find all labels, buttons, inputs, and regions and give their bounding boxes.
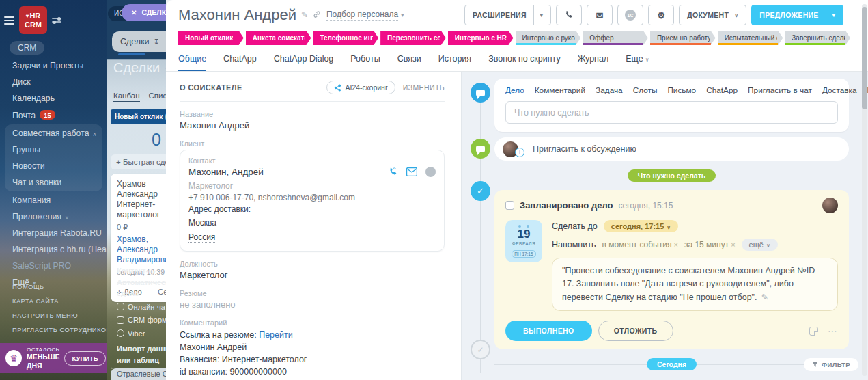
journal-icon[interactable] (809, 327, 818, 336)
composer-tab-slots[interactable]: Слоты (633, 85, 658, 95)
postpone-button[interactable]: ОТЛОЖИТЬ (598, 321, 673, 341)
pencil-icon[interactable]: ✎ (761, 293, 768, 302)
composer-tab-task[interactable]: Задача (596, 85, 623, 95)
ai-scoring-badge[interactable]: AI24-скоринг (326, 81, 395, 94)
stage-phone-interview[interactable]: Телефонное интерв... (313, 31, 378, 45)
sidebar-item-mail[interactable]: Почта15 (0, 107, 107, 124)
help-link[interactable]: ПОМОЩЬ (12, 280, 107, 295)
deadline-pill[interactable]: сегодня, 17:15∨ (604, 220, 678, 232)
sidebar-item-apps[interactable]: Приложения∨ (0, 208, 107, 225)
link-icon[interactable] (313, 10, 321, 21)
caret-down-icon[interactable]: ▾ (832, 12, 835, 18)
more-dots-icon[interactable]: ⋯ (828, 325, 838, 336)
sidebar-item-tasks[interactable]: Задачи и Проекты (0, 57, 107, 74)
minimize-icon[interactable]: ↧ (154, 38, 160, 46)
sidebar-item-collaboration[interactable]: Совместная работа∧ (5, 125, 102, 141)
document-button[interactable]: ДОКУМЕНТ∨ (679, 5, 746, 25)
field-comment[interactable]: Комментарий Ссылка на резюме: Перейти Ма… (180, 318, 445, 379)
sidebar-item-disk[interactable]: Диск (0, 74, 107, 90)
contact-phone-email[interactable]: +7 910 006-17-70, nshoroshneva@gmail.com (188, 193, 436, 202)
contact-name[interactable]: Махонин, Андрей (188, 167, 264, 177)
stage-hiring[interactable]: Прием на работу (650, 31, 716, 45)
caret-down-icon[interactable]: ▾ (540, 12, 543, 18)
onec-button[interactable]: 1C (617, 5, 643, 25)
todo-input[interactable] (505, 101, 838, 124)
vertical-scrollbar[interactable] (862, 4, 867, 376)
composer-tab-chatapp[interactable]: ChatApp (706, 85, 738, 95)
view-list[interactable]: Список (149, 92, 166, 100)
app-logo[interactable]: ♥HR CRM (19, 6, 47, 34)
resume-link[interactable]: Перейти (259, 330, 293, 340)
today-badge[interactable]: Сегодня (647, 358, 697, 370)
quick-deal-button[interactable]: + Быстрая сделка (111, 154, 166, 169)
sitemap-link[interactable]: КАРТА САЙТА (12, 295, 107, 309)
import-link[interactable]: или таблиц (117, 356, 159, 364)
stage-hr-interview[interactable]: Интервью с HR (448, 31, 514, 45)
sidebar-item-chat-calls[interactable]: Чат и звонки (5, 174, 102, 191)
sidebar-item-calendar[interactable]: Календарь (0, 90, 107, 107)
contact-card[interactable]: Контакт Махонин, Андрей Маркетолог +7 91… (180, 150, 445, 252)
extensions-button[interactable]: РАСШИРЕНИЯ▾ (464, 5, 551, 25)
task-title[interactable]: Запланировано дело (520, 200, 613, 211)
kanban-column-header[interactable]: Новый отклик(1) (111, 109, 166, 124)
tab-general[interactable]: Общие (178, 54, 206, 71)
sidebar-item-salescript[interactable]: SaleScript PRO (0, 258, 107, 274)
phone-icon[interactable] (388, 167, 398, 177)
done-button[interactable]: ВЫПОЛНЕНО (505, 321, 592, 341)
close-icon[interactable]: ✕ (131, 9, 137, 16)
invite-employees-link[interactable]: ПРИГЛАСИТЬ СОТРУДНИКОВ (12, 323, 107, 338)
sidebar-item-company[interactable]: Компания (0, 192, 107, 208)
sidebar-item-hh-integration[interactable]: Интеграция с hh.ru (Hea... (0, 241, 107, 258)
composer-tab-delivery[interactable]: Доставка (822, 85, 857, 95)
settings-sliders-icon[interactable] (52, 18, 61, 23)
email-button[interactable]: ✉ (587, 5, 613, 25)
call-button[interactable] (556, 5, 582, 25)
hamburger-icon[interactable] (4, 16, 14, 25)
menu-settings-link[interactable]: НАСТРОИТЬ МЕНЮ (12, 309, 107, 323)
stage-manager-interview[interactable]: Интервью с руково... (516, 31, 581, 45)
edit-button[interactable]: ИЗМЕНИТЬ (403, 83, 445, 92)
more-reminders-pill[interactable]: ещё∨ (742, 239, 778, 251)
field-resume[interactable]: Резюме не заполнено (180, 289, 445, 310)
composer-tab-activity[interactable]: Дело (505, 85, 524, 95)
tab-journal[interactable]: Журнал (578, 54, 609, 71)
stage-callback[interactable]: Перезвонить соиск... (380, 31, 446, 45)
composer-tab-email[interactable]: Письмо (667, 85, 696, 95)
view-kanban[interactable]: Канбан (113, 92, 140, 102)
composer-tab-invite[interactable]: Пригласить в чат (748, 85, 812, 95)
tab-chatapp[interactable]: ChatApp (223, 54, 257, 71)
deals-slider-tab[interactable]: Сделки ↧ (112, 31, 166, 52)
stage-offer[interactable]: Оффер (583, 31, 648, 45)
stage-probation[interactable]: Испытательный срок (718, 31, 783, 45)
filter-button[interactable]: ФИЛЬТР (804, 358, 858, 371)
industry-crm-button[interactable]: Отраслевые CRM (111, 368, 166, 380)
task-description[interactable]: "Провести собеседование с соискателем Ма… (552, 258, 838, 311)
close-icon[interactable]: × (673, 241, 677, 249)
tab-robots[interactable]: Роботы (350, 54, 380, 71)
task-checkbox[interactable] (505, 201, 514, 210)
sidebar-item-news[interactable]: Новости (5, 158, 102, 174)
stage-questionnaire[interactable]: Анкета соискателя (246, 31, 311, 45)
sidebar-item-crm[interactable]: CRM (10, 41, 44, 55)
mail-icon[interactable] (406, 167, 417, 176)
tab-links[interactable]: Связи (397, 54, 421, 71)
messenger-icon[interactable] (425, 167, 436, 177)
tab-history[interactable]: История (438, 54, 471, 71)
stage-close-deal[interactable]: Завершить сделку (785, 31, 850, 45)
sidebar-item-groups[interactable]: Группы (5, 141, 102, 158)
stage-new-response[interactable]: Новый отклик (178, 31, 244, 45)
address-city[interactable]: Москва (188, 218, 216, 228)
settings-button[interactable]: ⚙ (648, 5, 674, 25)
scrollbar-thumb[interactable] (862, 7, 867, 109)
close-icon[interactable]: × (731, 241, 735, 249)
contact-center-promo[interactable]: Контакт-ц Автоматическое сдело Онлайн-ча… (111, 260, 166, 371)
field-position[interactable]: Должность Маркетолог (180, 260, 445, 280)
invite-row[interactable]: + Пригласить к обсуждению (494, 137, 849, 161)
field-name[interactable]: Название Махонин Андрей (180, 110, 445, 131)
tab-more[interactable]: Еще∨ (626, 54, 649, 71)
tab-chatapp-dialog[interactable]: ChatApp Dialog (274, 54, 334, 71)
composer-tab-comment[interactable]: Комментарий (535, 85, 585, 95)
deal-filter-chip[interactable]: ✕СДЕЛКА (122, 4, 166, 21)
tab-script-call[interactable]: Звонок по скрипту (488, 54, 561, 71)
pencil-icon[interactable]: ✎ (301, 10, 308, 20)
